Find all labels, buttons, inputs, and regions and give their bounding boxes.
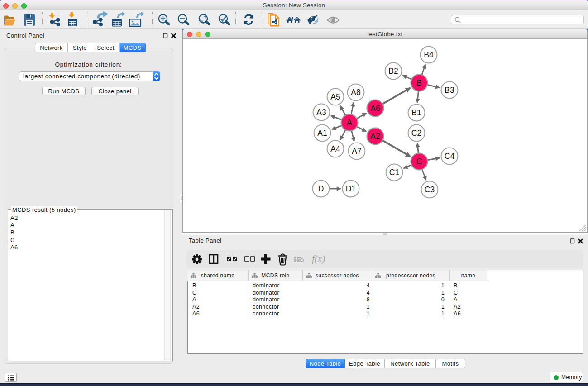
svg-text:B2: B2 (388, 67, 398, 76)
svg-text:A6: A6 (370, 104, 380, 113)
svg-text:C1: C1 (389, 168, 399, 177)
svg-text:C: C (416, 157, 422, 166)
svg-text:B: B (416, 78, 422, 87)
svg-text:A8: A8 (351, 88, 360, 97)
svg-text:C2: C2 (411, 129, 421, 138)
svg-text:A7: A7 (352, 147, 361, 156)
svg-text:A3: A3 (316, 108, 326, 117)
svg-text:A1: A1 (317, 129, 327, 138)
svg-text:B3: B3 (445, 86, 454, 95)
svg-text:A5: A5 (330, 92, 340, 101)
svg-text:A2: A2 (370, 132, 380, 141)
svg-text:A4: A4 (330, 144, 340, 153)
svg-text:D: D (318, 184, 324, 193)
svg-text:A: A (347, 118, 352, 127)
svg-text:C3: C3 (425, 185, 435, 194)
svg-text:C4: C4 (445, 152, 455, 161)
svg-text:f(x): f(x) (312, 253, 325, 264)
svg-text:D1: D1 (346, 184, 356, 193)
svg-text:B1: B1 (411, 108, 421, 117)
svg-text:B4: B4 (424, 50, 434, 59)
